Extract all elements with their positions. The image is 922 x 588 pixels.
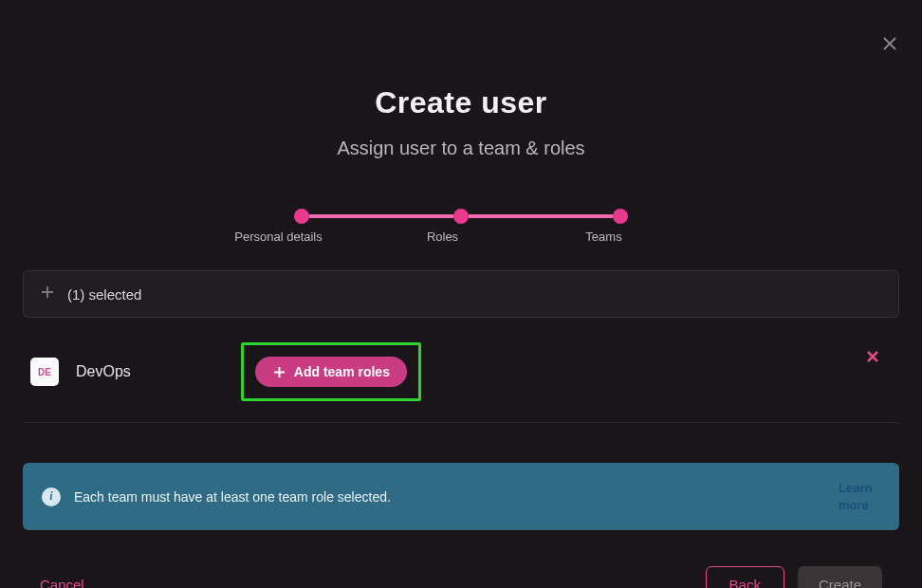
remove-team-button[interactable]	[865, 349, 880, 367]
plus-icon	[39, 284, 56, 304]
step-line	[309, 214, 453, 218]
info-icon: i	[42, 487, 61, 506]
team-badge: DE	[30, 358, 59, 386]
step-label-personal: Personal details	[222, 230, 336, 244]
learn-more-link[interactable]: Learn more	[839, 480, 880, 513]
create-user-modal: Create user Assign user to a team & role…	[0, 0, 922, 588]
step-label-teams: Teams	[557, 230, 652, 244]
team-name-label: DevOps	[76, 363, 131, 380]
step-dot-personal	[294, 209, 309, 224]
highlight-box: Add team roles	[241, 342, 421, 401]
step-line	[469, 214, 613, 218]
modal-footer: Cancel Back Create	[23, 566, 899, 588]
close-icon	[881, 35, 898, 52]
info-banner: i Each team must have at least one team …	[23, 463, 899, 530]
selector-count-text: (1) selected	[67, 286, 141, 303]
close-icon	[865, 349, 880, 364]
progress-stepper	[23, 209, 899, 224]
step-labels: Personal details Roles Teams	[23, 230, 899, 244]
modal-subtitle: Assign user to a team & roles	[23, 138, 899, 159]
add-team-roles-label: Add team roles	[294, 364, 390, 379]
cancel-button[interactable]: Cancel	[40, 577, 84, 588]
step-dot-roles	[453, 209, 469, 224]
add-team-roles-button[interactable]: Add team roles	[255, 357, 407, 387]
back-button[interactable]: Back	[706, 566, 784, 588]
create-button[interactable]: Create	[798, 566, 882, 588]
close-button[interactable]	[878, 32, 901, 55]
team-selector-dropdown[interactable]: (1) selected	[23, 270, 899, 318]
modal-title: Create user	[23, 85, 899, 120]
team-row: DE DevOps Add team roles	[23, 335, 899, 423]
step-label-roles: Roles	[391, 230, 495, 244]
plus-icon	[272, 365, 286, 379]
info-banner-text: Each team must have at least one team ro…	[74, 489, 825, 505]
step-dot-teams	[613, 209, 628, 224]
